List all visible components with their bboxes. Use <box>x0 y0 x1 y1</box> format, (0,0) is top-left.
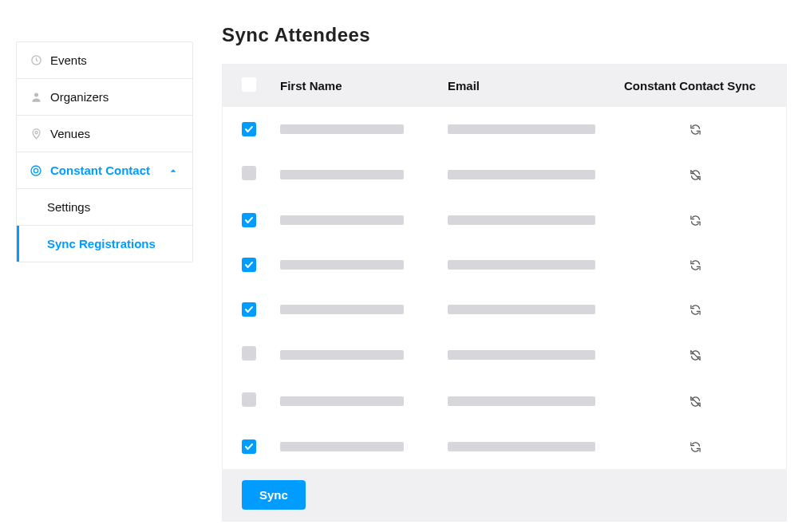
sidebar-sub-sync-registrations[interactable]: Sync Registrations <box>17 226 192 262</box>
email-cell <box>448 124 623 134</box>
svg-point-1 <box>34 93 38 97</box>
row-checkbox-cell <box>242 346 280 364</box>
email-placeholder <box>448 170 595 179</box>
sidebar-item-label: Venues <box>50 127 90 140</box>
table-row <box>223 332 786 378</box>
header-email: Email <box>448 79 623 93</box>
sidebar-sub-label: Sync Registrations <box>47 237 156 250</box>
select-all-checkbox[interactable] <box>242 77 256 92</box>
sync-enabled-icon <box>687 301 703 317</box>
sync-enabled-icon <box>687 212 703 228</box>
email-placeholder <box>448 442 595 451</box>
row-checkbox-cell <box>242 302 280 317</box>
sidebar-item-constant-contact[interactable]: Constant Contact <box>17 152 192 189</box>
first-name-placeholder <box>280 442 404 451</box>
table-body <box>223 107 786 469</box>
sync-status-cell <box>623 347 767 363</box>
sidebar: Events Organizers Venues Constant Contac… <box>16 41 193 262</box>
sidebar-item-events[interactable]: Events <box>17 42 192 79</box>
svg-point-2 <box>34 132 37 134</box>
row-checkbox-cell <box>242 258 280 273</box>
sidebar-item-organizers[interactable]: Organizers <box>17 79 192 116</box>
sidebar-item-label: Organizers <box>50 90 109 104</box>
first-name-cell <box>280 442 448 451</box>
sync-button[interactable]: Sync <box>242 480 306 510</box>
first-name-placeholder <box>280 124 404 134</box>
table-header-row: First Name Email Constant Contact Sync <box>223 65 786 107</box>
table-row <box>223 378 786 424</box>
first-name-cell <box>280 305 448 314</box>
table-row <box>223 242 786 287</box>
row-checkbox-cell <box>242 122 280 137</box>
first-name-cell <box>280 396 448 406</box>
attendees-table: First Name Email Constant Contact Sync S… <box>222 64 787 522</box>
row-checkbox-cell <box>242 213 280 228</box>
row-checkbox-cell <box>242 392 280 410</box>
header-sync: Constant Contact Sync <box>623 79 767 93</box>
row-checkbox[interactable] <box>242 439 256 454</box>
first-name-placeholder <box>280 305 404 314</box>
table-row <box>223 198 786 242</box>
first-name-cell <box>280 215 448 225</box>
email-cell <box>448 350 623 360</box>
email-placeholder <box>448 215 595 225</box>
sync-status-cell <box>623 439 767 455</box>
row-checkbox[interactable] <box>242 122 256 136</box>
sidebar-sub-settings[interactable]: Settings <box>17 189 192 226</box>
page-title: Sync Attendees <box>222 24 787 46</box>
first-name-placeholder <box>280 396 404 406</box>
sync-status-cell <box>623 393 767 409</box>
sync-status-cell <box>623 212 767 228</box>
row-checkbox[interactable] <box>242 346 256 361</box>
first-name-cell <box>280 350 448 360</box>
email-placeholder <box>448 350 595 360</box>
sync-status-cell <box>623 121 767 137</box>
calendar-icon <box>30 54 42 67</box>
sidebar-item-label: Events <box>50 53 87 67</box>
row-checkbox[interactable] <box>242 392 256 407</box>
row-checkbox[interactable] <box>242 302 256 317</box>
first-name-cell <box>280 170 448 179</box>
sync-enabled-icon <box>687 121 703 137</box>
email-cell <box>448 260 623 270</box>
email-cell <box>448 215 623 225</box>
email-placeholder <box>448 260 595 270</box>
first-name-placeholder <box>280 215 404 225</box>
row-checkbox[interactable] <box>242 213 256 227</box>
person-icon <box>30 91 42 104</box>
pin-icon <box>30 128 42 140</box>
sync-status-cell <box>623 301 767 317</box>
email-cell <box>448 170 623 179</box>
table-row <box>223 287 786 332</box>
sync-status-cell <box>623 167 767 183</box>
table-row <box>223 107 786 152</box>
first-name-placeholder <box>280 350 404 360</box>
sync-disabled-icon <box>687 347 703 363</box>
table-row <box>223 424 786 469</box>
email-placeholder <box>448 396 595 406</box>
email-cell <box>448 396 623 406</box>
email-placeholder <box>448 124 595 134</box>
row-checkbox[interactable] <box>242 258 256 272</box>
sidebar-item-label: Constant Contact <box>50 164 150 177</box>
sidebar-sub-label: Settings <box>47 200 90 214</box>
target-icon <box>30 164 42 177</box>
first-name-cell <box>280 260 448 270</box>
first-name-placeholder <box>280 170 404 179</box>
sync-status-cell <box>623 257 767 273</box>
sidebar-item-venues[interactable]: Venues <box>17 116 192 152</box>
main-content: Sync Attendees First Name Email Constant… <box>222 24 787 508</box>
table-row <box>223 152 786 198</box>
header-checkbox-cell <box>242 77 280 94</box>
first-name-cell <box>280 124 448 134</box>
email-placeholder <box>448 305 595 314</box>
sync-enabled-icon <box>687 439 703 455</box>
email-cell <box>448 442 623 451</box>
email-cell <box>448 305 623 314</box>
row-checkbox-cell <box>242 166 280 183</box>
row-checkbox[interactable] <box>242 166 256 180</box>
table-footer: Sync <box>223 469 786 521</box>
first-name-placeholder <box>280 260 404 270</box>
header-first-name: First Name <box>280 79 448 93</box>
row-checkbox-cell <box>242 439 280 455</box>
